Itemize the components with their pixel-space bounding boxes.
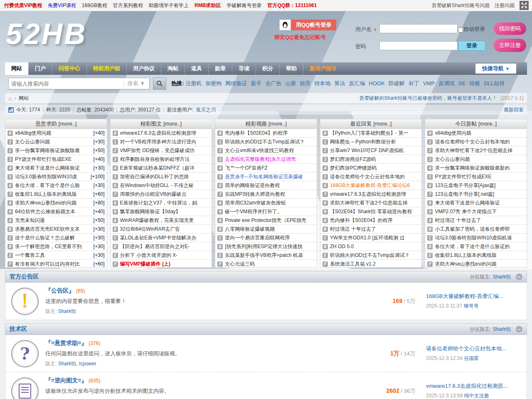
thread-link[interactable]: PY源文件帮忙打包成EXE xyxy=(435,173,525,180)
hot-search-link[interactable]: VMP xyxy=(423,80,435,86)
hot-search-link[interactable]: 转本地 xyxy=(314,80,330,86)
thread-link[interactable]: 梦幻西游PC押镖源码 xyxy=(330,165,420,172)
thread-link[interactable]: 请各位老师给个文心云封包本地的 xyxy=(435,138,525,145)
nav-tab-新用户指引[interactable]: 新用户指引 xyxy=(303,62,343,75)
moderator-link[interactable]: Shark恒 xyxy=(493,273,511,281)
search-button[interactable] xyxy=(153,77,166,90)
nav-tab-特权用户组[interactable]: 特权用户组 xyxy=(86,62,126,75)
nav-tab-帮助[interactable]: 帮助 xyxy=(279,62,303,75)
thread-link[interactable]: 收集些1.8以上版本的离线版 xyxy=(15,191,92,198)
hot-search-link[interactable]: 网络验证 xyxy=(225,80,247,86)
thread-link[interactable]: 时过境迁 十年过去了 xyxy=(435,217,525,224)
hot-search-link[interactable]: 反汇编 xyxy=(349,80,365,86)
topbar-link[interactable]: 官方系列教程 xyxy=(113,2,143,9)
thread-link[interactable]: PY源文件帮忙打包成EXE xyxy=(15,156,92,163)
last-post-link[interactable]: vmware17.6.3去虚拟化过检测原... xyxy=(426,382,521,390)
expand-arrows-icon[interactable] xyxy=(520,1,529,10)
hot-search-link[interactable]: 补丁 xyxy=(409,80,419,86)
auto-login-checkbox[interactable] xyxy=(458,27,463,32)
thread-link[interactable]: 123云盘电子书分享[.net篇] xyxy=(435,191,525,198)
moderators-link[interactable]: Shark恒 xyxy=(58,308,76,314)
password-input[interactable] xyxy=(379,41,458,50)
thread-link[interactable]: 简单用C32am突破灰色按钮 xyxy=(225,200,315,207)
hot-search-link[interactable]: 防破解 xyxy=(389,80,405,86)
nav-tab-勋章[interactable]: 勋章 xyxy=(208,62,232,75)
collapse-button[interactable]: – xyxy=(516,273,522,280)
moderator-link[interactable]: Shark恒 xyxy=(493,326,511,333)
thread-link[interactable]: 求一份飘零网络验证旗舰版最 xyxy=(15,147,92,154)
thread-link[interactable]: x64dbg使用问题 xyxy=(435,130,525,137)
thread-link[interactable]: 文心云vm和未v快速找三码教程 xyxy=(225,147,315,154)
topbar-link[interactable]: 吾爱破解Shark恒账号问题 xyxy=(432,2,490,8)
thread-link[interactable]: 求助大神se山寨找esi的问题 xyxy=(15,200,92,207)
search-input[interactable] xyxy=(9,81,123,87)
new-user-link[interactable]: 鬼灭之刃 xyxy=(196,106,216,113)
thread-link[interactable]: 求一份飘零网络验证旗舰版最新的 xyxy=(435,165,525,172)
hot-search-link[interactable]: 反调试 xyxy=(438,80,455,86)
thread-link[interactable]: 有没有屌大的可以过内存对比 xyxy=(15,261,92,268)
thread-link[interactable]: 来大佬看下这是什么网络验证 xyxy=(15,165,92,172)
thread-link[interactable]: 求助大神se山寨找esi的问题 xyxy=(435,261,525,268)
thread-link[interactable]: 实战MP3转换大师逆向教程 xyxy=(225,191,315,198)
more-link[interactable]: [more..] xyxy=(267,121,287,127)
home-icon[interactable]: ⌂ xyxy=(8,95,12,102)
latest-reply-link[interactable]: 最新回复 xyxy=(504,106,524,113)
thread-link[interactable]: VMP2.07壳 来个大佬指点下 xyxy=(435,208,525,215)
thread-link[interactable]: 这个是什么验证？怎么破解 xyxy=(15,234,92,241)
thread-link[interactable]: 八零网络验证爆破视频 xyxy=(225,226,315,233)
forum-name-link[interactable]: 『=逆向图文=』 xyxy=(45,377,87,384)
last-post-user[interactable]: 猪哥哥 xyxy=(464,303,479,309)
nav-tab-淘帖[interactable]: 淘帖 xyxy=(161,62,185,75)
thread-link[interactable]: 系统激活工具箱 v1.2 xyxy=(330,261,420,268)
thread-link[interactable]: 文心元追三码 xyxy=(225,261,315,268)
thread-link[interactable]: 分析下 小曾大佬开源的 X- xyxy=(120,252,210,259)
thread-link[interactable]: 求助大神帮忙看下这2个信息能去掉 xyxy=(435,147,525,154)
more-link[interactable]: [more..] xyxy=(372,121,392,127)
notice-link[interactable]: 吾爱破解的Shark恒账号已被修改密码，账号被登录不是本人！ xyxy=(360,95,497,102)
topbar-link[interactable]: 学破解账号登录 xyxy=(227,2,261,9)
thread-link[interactable]: 168GB大量破解教程-吾爱汇编论坛6 xyxy=(330,182,420,189)
search-scope-dropdown[interactable]: 搜索 ▼ xyxy=(123,80,149,87)
thread-link[interactable]: 实战某新手练手VB程序+patch 机器 xyxy=(225,252,315,259)
thread-link[interactable]: 听说烛火的OD过不去Tvmp反调试？ xyxy=(225,138,315,145)
nav-tab-门户[interactable]: 门户 xyxy=(28,62,52,75)
thread-link[interactable]: ZH OD 5.0 xyxy=(330,244,420,249)
topbar-link[interactable]: 免费VIP课程 xyxy=(48,2,76,9)
thread-link[interactable]: 一个魔兽工具 xyxy=(15,252,92,259)
last-post-user[interactable]: 任国富 xyxy=(464,355,479,361)
hot-search-link[interactable]: 山寨 xyxy=(285,80,296,86)
thread-link[interactable]: 文心云山寨问题 xyxy=(435,156,525,163)
hot-search-link[interactable]: DLL劫持 xyxy=(484,80,505,86)
last-post-link[interactable]: 请各位老师给个文心云封包本地... xyxy=(426,345,521,352)
thread-link[interactable]: 求一个解密思路，CE里看不到 xyxy=(15,243,92,250)
thread-link[interactable]: 飘零旗舰网络验证【0day】 xyxy=(120,208,210,215)
more-link[interactable]: [more..] xyxy=(477,121,497,127)
login-button[interactable]: 登录 xyxy=(458,41,485,51)
forum-name-link[interactable]: 『=悬赏求助=』 xyxy=(45,340,87,346)
last-post-user[interactable]: 纯中文注册 xyxy=(464,393,489,399)
topbar-link[interactable]: 168GB教程 xyxy=(82,2,107,9)
thread-link[interactable]: vmware17.6.3去虚拟化过检测原理 xyxy=(330,191,420,198)
thread-link[interactable]: 悬赏杀手--不知名网络验证完美爆破 xyxy=(225,173,315,180)
hot-search-link[interactable]: SE xyxy=(458,80,466,86)
thread-link[interactable]: YW单文件ODX1.0 [反环境检测 过 xyxy=(330,234,420,241)
nav-tab-问答中心[interactable]: 问答中心 xyxy=(52,62,86,75)
find-password-button[interactable]: 找回密码 xyxy=(494,22,526,35)
thread-link[interactable]: 文心云山寨问题 xyxy=(15,138,92,145)
thread-link[interactable]: 各位大佬，看下这个是什么验 xyxy=(15,182,92,189)
qq-login-button[interactable]: 用QQ帐号登录 xyxy=(279,20,336,30)
nav-tab-网站[interactable]: 网站 xyxy=(5,62,28,75)
thread-link[interactable]: Private exe Protector脱壳（EPE脱壳 xyxy=(225,217,315,224)
thread-link[interactable]: 听说烛火的OD过不去Tvmp反调试？ xyxy=(330,252,420,259)
thread-link[interactable]: 64位软件怎么修改标题文本 xyxy=(15,208,92,215)
thread-link[interactable]: 求教易语言无壳EXE软件文本 xyxy=(15,226,92,233)
thread-link[interactable]: E盾常规破法秒杀某DNFFZ（超详 xyxy=(120,165,210,172)
collapse-button[interactable]: – xyxy=(516,326,522,332)
thread-link[interactable]: 简单的网络验证逆向教程 xyxy=(225,182,315,189)
thread-link[interactable]: 某LOL走砍E盾+VMP卡登陆解决办 xyxy=(120,234,210,241)
thread-link[interactable]: 飞艹一个CF雷盾FZ xyxy=(225,165,315,172)
thread-link[interactable]: 来大佬看下这是什么网络验证 xyxy=(435,200,525,207)
thread-link[interactable]: 32位和64位WinRAR去广告 xyxy=(120,226,210,233)
hot-search-link[interactable]: 去广告 xyxy=(265,80,281,86)
thread-link[interactable]: 壳内修补【S02E04】的程序 xyxy=(225,130,315,137)
